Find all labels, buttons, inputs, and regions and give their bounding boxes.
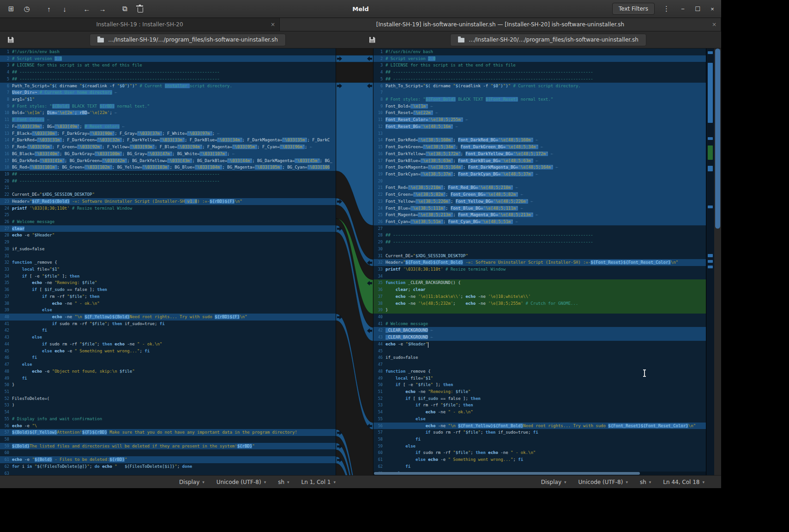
encoding-menu[interactable]: Unicode (UTF-8)▾ (217, 479, 266, 485)
line-number: 18 (373, 164, 385, 171)
toolbar-push-change-right-button[interactable]: → (95, 2, 110, 15)
code-line: 4## ------------------------------------… (373, 69, 706, 76)
line-number: 22 (373, 191, 385, 198)
line-number: 59 (373, 443, 385, 450)
cursor-position-menu[interactable]: Ln 1, Col 1▾ (301, 479, 336, 485)
horizontal-scrollbar[interactable] (373, 472, 706, 475)
line-number: 55 (373, 416, 385, 423)
line-number: 40 (373, 314, 385, 320)
toolbar-file-history-button[interactable]: ◷ (19, 2, 34, 15)
line-number: 26 (0, 218, 12, 225)
toolbar-previous-change-button[interactable]: ↑ (42, 2, 56, 15)
code-line: 28## -----------------------------------… (373, 232, 706, 239)
left-file-path: …/Installer-SH-19/…/program_files/ish-so… (108, 36, 278, 43)
line-number: 13 (373, 130, 385, 137)
syntax-language-menu[interactable]: sh▾ (278, 479, 289, 485)
syntax-language-menu[interactable]: sh▾ (640, 479, 651, 485)
code-text: F_DarkRed='\033[31m'; F_DarkGreen='\033[… (12, 137, 336, 144)
diff-gutter[interactable] (336, 48, 373, 475)
toolbar-push-change-left-button[interactable]: ← (79, 2, 94, 15)
scrollbar-thumb[interactable] (715, 48, 720, 229)
line-number: 23 (0, 198, 12, 205)
tab-comparison-1[interactable]: Installer-SH-19 : Installer-SH-20× (0, 18, 280, 31)
code-line: 56echo -e "\ (0, 423, 336, 429)
left-save-button[interactable] (4, 34, 18, 46)
scrollbar-thumb[interactable] (374, 472, 640, 475)
code-text: echo -ne "\n ${F_Yellow}${Bold}Need root… (12, 314, 336, 320)
code-text: local file="$1" (385, 375, 706, 382)
code-line: 26Font_Cyan='\e[38;5;51m'; Font_Cyan_BG=… (373, 218, 706, 225)
display-menu[interactable]: Display▾ (179, 479, 205, 485)
tab-close-icon[interactable]: × (712, 22, 717, 27)
chevron-down-icon: ▾ (333, 480, 336, 484)
line-number: 21 (373, 184, 385, 191)
code-text: #!/usr/bin/env bash (385, 48, 706, 55)
line-number: 21 (0, 184, 12, 191)
code-line: 28echo -e "$Header" (0, 232, 336, 239)
tab-close-icon[interactable]: × (271, 22, 275, 27)
code-text: BG_DarkRed='\033[41m'; BG_DarkGreen='\03… (12, 157, 336, 164)
code-text (385, 273, 706, 280)
code-text: Header="${Font_Red}${Font_Bold} -=: Soft… (385, 259, 706, 266)
line-number: 37 (0, 293, 12, 300)
code-line: 62for i in "${!FilesToDelete[@]}"; do ec… (0, 463, 336, 470)
code-line: 19Font_DarkCyan='\e[38;5;37m'; Font_Dark… (373, 171, 706, 178)
code-line: 5## ------------------------------------… (373, 76, 706, 83)
right-file-path-button[interactable]: …/Installer-SH-20/…/program_files/ish-so… (450, 34, 646, 46)
line-number: 25 (373, 212, 385, 218)
line-number: 57 (0, 429, 12, 436)
code-line: 34 (373, 273, 706, 280)
code-text: fi (385, 463, 706, 470)
code-line: 50 if [ -e "$file" ]; then (373, 381, 706, 388)
code-text: Path_To_Script="$( dirname "$(readlink -… (12, 83, 336, 90)
code-text: fi (12, 354, 336, 361)
code-text: if sudo rm -rf "$file"; then echo -ne " … (385, 449, 706, 456)
toolbar-copy-change-button[interactable]: ⧉ (117, 2, 132, 15)
code-line: 22Font_Green='\e[38;5;82m'; Font_Green_B… (373, 191, 706, 198)
toolbar-next-change-button[interactable]: ↓ (57, 2, 72, 15)
code-line: 61echo -e "${Bold} - Files to be deleted… (0, 456, 336, 463)
code-line: 8arg1="$1" (0, 96, 336, 103)
close-icon: × (711, 6, 714, 12)
code-line: 21Font_Red='\e[38;5;210m'; Font_Red_BG='… (373, 184, 706, 191)
left-file-path-button[interactable]: …/Installer-SH-19/…/program_files/ish-so… (90, 34, 286, 46)
code-text: if [ -e "$file" ]; then (385, 381, 706, 388)
toolbar-delete-change-button[interactable] (133, 2, 148, 15)
line-number: 62 (373, 463, 385, 470)
status-label: Display (179, 479, 199, 485)
toolbar-new-comparison-button[interactable]: ⊞ (4, 2, 18, 15)
text-filters-button[interactable]: Text Filters (612, 3, 655, 15)
display-menu[interactable]: Display▾ (541, 479, 566, 485)
line-number: 46 (373, 354, 385, 361)
menu-button[interactable]: ⋮ (660, 4, 670, 13)
code-text: # Script version 1.6 (12, 55, 336, 62)
cursor-position-menu[interactable]: Ln 44, Col 18▾ (663, 479, 705, 485)
left-editor-pane[interactable]: 1#!/usr/bin/env bash2# Script version 1.… (0, 48, 336, 475)
code-text (385, 225, 706, 232)
maximize-icon: ☐ (695, 6, 700, 12)
line-number: 39 (0, 307, 12, 314)
diff-map-mark (708, 206, 713, 208)
diff-overview-map[interactable] (706, 48, 714, 475)
vertical-scrollbar[interactable] (714, 48, 721, 475)
tab-comparison-2[interactable]: [Installer-SH-19] ish-software-uninstall… (280, 18, 721, 31)
right-editor-pane[interactable]: 1#!/usr/bin/env bash2# Script version 2.… (373, 48, 706, 475)
line-number: 22 (0, 191, 12, 198)
code-line: 24Font_Blue='\e[38;5;111m'; Font_Blue_BG… (373, 205, 706, 212)
code-text: # Font styles: "${Font_Bold} BLACK TEXT … (385, 96, 706, 103)
code-line: 4## ------------------------------------… (0, 69, 336, 76)
code-text: F_Red='\033[91m'; F_Green='\033[92m'; F_… (12, 144, 336, 151)
close-button[interactable]: × (707, 4, 717, 14)
code-text: # Font styles: "${Bold} BLACK TEXT ${rBD… (12, 103, 336, 110)
code-line: 11# Font Colors ← (0, 116, 336, 123)
code-line: 29## -----------------------------------… (373, 239, 706, 246)
right-save-button[interactable] (365, 34, 379, 46)
code-text: ## -------------------------------------… (12, 76, 336, 83)
code-text: _CLEAR_BACKGROUND ← (385, 334, 706, 341)
maximize-button[interactable]: ☐ (693, 4, 703, 14)
right-path-center: …/Installer-SH-20/…/program_files/ish-so… (379, 34, 717, 46)
encoding-menu[interactable]: Unicode (UTF-8)▾ (578, 479, 628, 485)
code-line: 49 fi (0, 375, 336, 382)
line-number: 61 (373, 456, 385, 463)
minimize-button[interactable]: − (678, 4, 688, 14)
